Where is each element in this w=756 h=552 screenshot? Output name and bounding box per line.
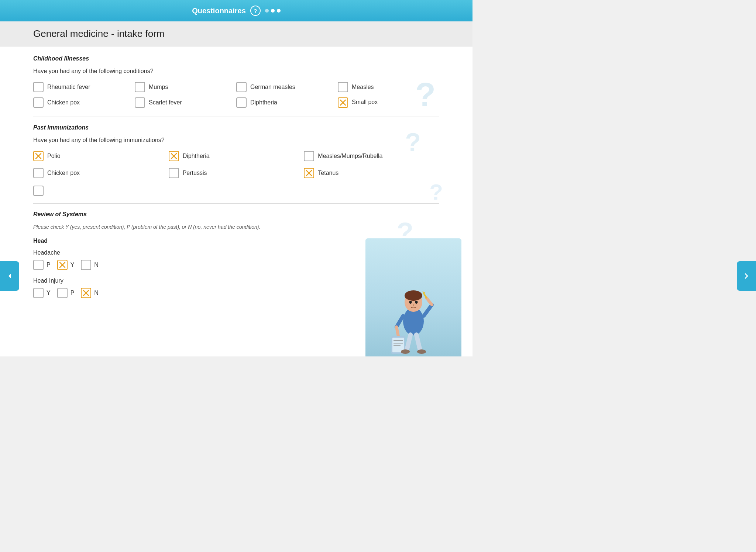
page-title: General medicine - intake form bbox=[33, 28, 439, 39]
svg-point-29 bbox=[401, 349, 410, 354]
headache-y-label: Y bbox=[71, 262, 75, 268]
svg-line-19 bbox=[426, 298, 432, 305]
immunizations-question: Have you had any of the following immuni… bbox=[33, 137, 439, 144]
svg-line-28 bbox=[416, 335, 420, 350]
checkbox-diphtheria[interactable] bbox=[236, 97, 247, 108]
head-injury-n-label: N bbox=[94, 290, 99, 296]
label-immun-chicken-pox: Chicken pox bbox=[47, 170, 80, 176]
checkbox-head-injury-n[interactable] bbox=[81, 288, 91, 298]
label-chicken-pox: Chicken pox bbox=[47, 99, 80, 106]
prev-arrow-button[interactable] bbox=[0, 261, 19, 291]
condition-diphtheria: Diphtheria bbox=[236, 97, 338, 108]
dot-1 bbox=[265, 9, 269, 13]
label-tetanus: Tetanus bbox=[318, 170, 339, 176]
checkbox-headache-n[interactable] bbox=[81, 260, 91, 270]
checkbox-custom[interactable] bbox=[33, 186, 44, 196]
dot-2 bbox=[271, 9, 275, 13]
main-content: Childhood Illnesses Have you had any of … bbox=[0, 46, 472, 356]
checkbox-small-pox[interactable] bbox=[338, 97, 348, 108]
svg-line-18 bbox=[424, 305, 432, 316]
divider-2 bbox=[33, 203, 439, 204]
head-injury-p: P bbox=[57, 288, 75, 298]
head-injury-n: N bbox=[81, 288, 99, 298]
svg-point-15 bbox=[409, 301, 412, 304]
past-immunizations-section: Past Immunizations Have you had any of t… bbox=[33, 124, 439, 196]
checkbox-measles[interactable] bbox=[338, 82, 348, 92]
head-injury-y: Y bbox=[33, 288, 51, 298]
ros-label: Review of Systems bbox=[33, 211, 439, 218]
help-button[interactable]: ? bbox=[250, 6, 261, 16]
label-german-measles: German measles bbox=[250, 84, 295, 90]
condition-mumps: Mumps bbox=[135, 82, 236, 92]
checkbox-immun-chicken-pox[interactable] bbox=[33, 168, 44, 178]
nav-dots bbox=[265, 9, 281, 13]
condition-measles: Measles bbox=[338, 82, 439, 92]
svg-line-20 bbox=[396, 316, 403, 327]
conditions-grid: Rheumatic fever Mumps German measles Mea… bbox=[33, 82, 439, 108]
dot-3 bbox=[277, 9, 281, 13]
svg-point-30 bbox=[417, 349, 426, 354]
headache-p: P bbox=[33, 260, 51, 270]
childhood-illnesses-label: Childhood Illnesses bbox=[33, 55, 439, 62]
label-rheumatic-fever: Rheumatic fever bbox=[47, 84, 90, 90]
checkbox-rheumatic-fever[interactable] bbox=[33, 82, 44, 92]
ros-instruction: Please check Y (yes, present condition),… bbox=[33, 224, 439, 231]
label-immun-diphtheria: Diphtheria bbox=[183, 153, 210, 159]
label-mumps: Mumps bbox=[149, 84, 168, 90]
label-mmr: Measles/Mumps/Rubella bbox=[318, 153, 382, 159]
svg-line-27 bbox=[407, 335, 410, 350]
svg-point-16 bbox=[415, 301, 418, 304]
checkbox-mumps[interactable] bbox=[135, 82, 145, 92]
condition-scarlet-fever: Scarlet fever bbox=[135, 97, 236, 108]
label-small-pox: Small pox bbox=[352, 99, 378, 106]
immun-pertussis: Pertussis bbox=[169, 168, 304, 178]
divider-1 bbox=[33, 117, 439, 117]
checkbox-headache-y[interactable] bbox=[57, 260, 68, 270]
headache-p-label: P bbox=[47, 262, 51, 268]
conditions-question: Have you had any of the following condit… bbox=[33, 68, 439, 75]
label-polio: Polio bbox=[47, 153, 61, 159]
checkbox-chicken-pox[interactable] bbox=[33, 97, 44, 108]
custom-immunization-row bbox=[33, 186, 439, 196]
page-title-bar: General medicine - intake form bbox=[0, 21, 472, 46]
immun-tetanus: Tetanus bbox=[304, 168, 439, 178]
headache-n-label: N bbox=[94, 262, 99, 268]
checkbox-polio[interactable] bbox=[33, 151, 44, 161]
svg-point-17 bbox=[413, 304, 414, 306]
checkbox-tetanus[interactable] bbox=[304, 168, 314, 178]
checkbox-scarlet-fever[interactable] bbox=[135, 97, 145, 108]
character-area bbox=[365, 238, 461, 356]
condition-rheumatic-fever: Rheumatic fever bbox=[33, 82, 135, 92]
label-pertussis: Pertussis bbox=[183, 170, 207, 176]
checkbox-pertussis[interactable] bbox=[169, 168, 179, 178]
label-scarlet-fever: Scarlet fever bbox=[149, 99, 182, 106]
checkbox-head-injury-y[interactable] bbox=[33, 288, 44, 298]
svg-marker-32 bbox=[422, 291, 425, 293]
condition-small-pox: Small pox bbox=[338, 97, 439, 108]
top-bar: Questionnaires ? bbox=[0, 0, 472, 21]
headache-y: Y bbox=[57, 260, 75, 270]
immun-polio: Polio bbox=[33, 151, 169, 161]
label-diphtheria: Diphtheria bbox=[250, 99, 277, 106]
immunizations-grid: Polio Diphtheria Measles/Mumps/Rubella C… bbox=[33, 151, 439, 178]
checkbox-headache-p[interactable] bbox=[33, 260, 44, 270]
character-svg bbox=[380, 248, 447, 356]
immun-mmr: Measles/Mumps/Rubella bbox=[304, 151, 439, 161]
immun-diphtheria: Diphtheria bbox=[169, 151, 304, 161]
condition-chicken-pox: Chicken pox bbox=[33, 97, 135, 108]
custom-immunization-input[interactable] bbox=[47, 186, 128, 195]
checkbox-mmr[interactable] bbox=[304, 151, 314, 161]
childhood-illnesses-section: Childhood Illnesses Have you had any of … bbox=[33, 55, 439, 108]
immun-chicken-pox: Chicken pox bbox=[33, 168, 169, 178]
condition-german-measles: German measles bbox=[236, 82, 338, 92]
checkbox-immun-diphtheria[interactable] bbox=[169, 151, 179, 161]
head-injury-y-label: Y bbox=[47, 290, 51, 296]
svg-point-14 bbox=[405, 290, 422, 301]
checkbox-german-measles[interactable] bbox=[236, 82, 247, 92]
head-injury-p-label: P bbox=[71, 290, 75, 296]
headache-n: N bbox=[81, 260, 99, 270]
checkbox-head-injury-p[interactable] bbox=[57, 288, 68, 298]
immunizations-label: Past Immunizations bbox=[33, 124, 439, 131]
label-measles: Measles bbox=[352, 84, 374, 90]
app-title: Questionnaires bbox=[192, 7, 246, 15]
